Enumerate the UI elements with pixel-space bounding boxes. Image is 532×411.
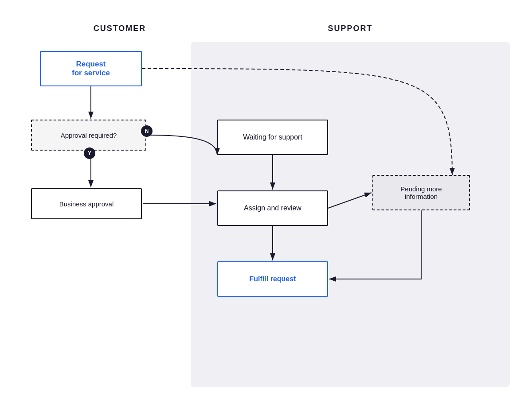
support-header: SUPPORT [204,24,497,33]
svg-line-4 [328,193,372,208]
assign-and-review-box: Assign and review [217,190,328,226]
customer-lane: Request for service Approval required? B… [22,42,191,387]
request-service-label: Request for service [72,60,110,78]
fulfill-request-box: Fulfill request [217,261,328,297]
n-badge: N [141,125,153,137]
waiting-for-support-box: Waiting for support [217,120,328,155]
business-approval-label: Business approval [59,200,114,208]
approval-required-box: Approval required? [31,120,146,151]
y-badge: Y [84,147,95,159]
support-lane: Waiting for support Assign and review Fu… [191,42,510,387]
waiting-for-support-label: Waiting for support [243,133,302,141]
customer-header: CUSTOMER [35,24,204,33]
fulfill-request-label: Fulfill request [250,275,296,283]
lane-headers: CUSTOMER SUPPORT [22,24,510,33]
pending-more-info-label: Pending more information [400,185,442,200]
request-service-box: Request for service [40,51,142,86]
business-approval-box: Business approval [31,188,142,219]
pending-more-info-box: Pending more information [372,175,470,210]
approval-required-label: Approval required? [61,132,117,139]
lanes-container: Request for service Approval required? B… [22,42,510,387]
assign-and-review-label: Assign and review [244,204,301,212]
diagram-wrapper: CUSTOMER SUPPORT Request for service App… [22,24,510,387]
